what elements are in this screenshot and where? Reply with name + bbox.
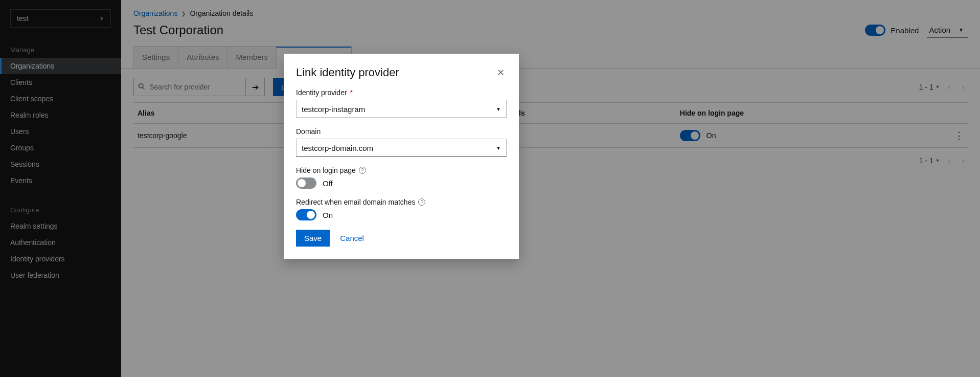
domain-field-label: Domain	[296, 127, 321, 136]
close-icon[interactable]: ✕	[495, 66, 507, 79]
cancel-button[interactable]: Cancel	[340, 234, 364, 242]
redirect-field-label: Redirect when email domain matches	[296, 198, 415, 206]
domain-select[interactable]: testcorp-domain.com ▼	[296, 139, 507, 157]
hide-field-label: Hide on login page	[296, 166, 356, 174]
save-button[interactable]: Save	[296, 230, 330, 247]
caret-down-icon: ▼	[496, 145, 501, 151]
modal-title: Link identity provider	[296, 66, 399, 79]
idp-select[interactable]: testcorp-instagram ▼	[296, 100, 507, 118]
required-indicator: *	[350, 88, 353, 97]
redirect-toggle[interactable]	[296, 209, 316, 220]
hide-toggle-state: Off	[323, 179, 333, 188]
caret-down-icon: ▼	[496, 106, 501, 112]
hide-toggle[interactable]	[296, 178, 316, 189]
help-icon[interactable]: ?	[359, 167, 366, 174]
help-icon[interactable]: ?	[418, 198, 425, 206]
idp-field-label: Identity provider	[296, 88, 347, 97]
domain-select-value: testcorp-domain.com	[302, 144, 373, 152]
idp-select-value: testcorp-instagram	[302, 105, 365, 114]
link-idp-modal: Link identity provider ✕ Identity provid…	[284, 54, 519, 259]
redirect-toggle-state: On	[323, 211, 333, 219]
